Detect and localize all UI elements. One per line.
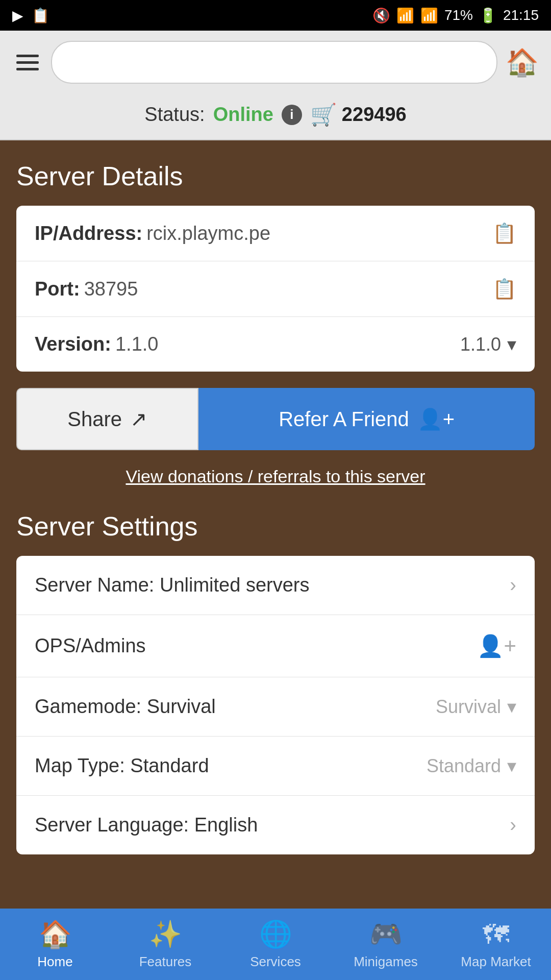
- settings-ops-label: OPS/Admins: [35, 635, 477, 657]
- version-row: Version: 1.1.0 1.1.0 ▾: [16, 317, 535, 372]
- map-market-nav-label: Map Market: [461, 954, 531, 970]
- version-dropdown[interactable]: 1.1.0 ▾: [460, 334, 516, 355]
- screen-icon: 📋: [32, 7, 49, 24]
- map-market-nav-icon: 🗺: [483, 919, 509, 950]
- refer-label: Refer A Friend: [279, 408, 409, 431]
- status-bar-right: 🔇 📶 📶 71% 🔋 21:15: [372, 7, 539, 24]
- settings-row-gamemode[interactable]: Gamemode: Survival Survival ▾: [16, 677, 535, 737]
- settings-map-type-label: Map Type: Standard: [35, 755, 427, 777]
- signal-icon: 📶: [420, 7, 438, 24]
- ip-row: IP/Address: rcix.playmc.pe 📋: [16, 206, 535, 261]
- settings-language-right: ›: [510, 814, 516, 836]
- bottom-nav: 🏠 Home ✨ Features 🌐 Services 🎮 Minigames…: [0, 909, 551, 980]
- hamburger-line: [16, 55, 39, 57]
- language-chevron-right-icon: ›: [510, 814, 516, 836]
- donations-link[interactable]: View donations / referrals to this serve…: [126, 467, 425, 486]
- add-person-icon: 👤+: [477, 633, 516, 658]
- settings-gamemode-label: Gamemode: Survival: [35, 696, 436, 718]
- home-nav-icon: 🏠: [39, 919, 72, 950]
- version-dropdown-label: 1.1.0: [460, 334, 501, 355]
- settings-language-label: Server Language: English: [35, 814, 510, 836]
- home-button[interactable]: 🏠: [506, 47, 539, 78]
- action-buttons-row: Share ↗ Refer A Friend 👤+: [16, 388, 535, 450]
- mute-icon: 🔇: [372, 7, 390, 24]
- server-details-title: Server Details: [16, 161, 535, 191]
- settings-row-map-type[interactable]: Map Type: Standard Standard ▾: [16, 737, 535, 796]
- chevron-down-icon: ▾: [470, 51, 480, 74]
- version-chevron-down-icon: ▾: [507, 334, 516, 355]
- features-nav-icon: ✨: [149, 919, 182, 950]
- cart-number: 229496: [342, 104, 407, 126]
- status-bar-left: ▶ 📋: [12, 7, 49, 24]
- status-value: Online: [213, 104, 273, 126]
- features-nav-label: Features: [139, 954, 192, 970]
- server-select-label: Unlimited servers: [68, 52, 218, 74]
- version-value: 1.1.0: [115, 333, 159, 355]
- settings-row-language[interactable]: Server Language: English ›: [16, 796, 535, 854]
- gamemode-value: Survival: [436, 696, 501, 718]
- server-details-card: IP/Address: rcix.playmc.pe 📋 Port: 38795…: [16, 206, 535, 372]
- nav-item-services[interactable]: 🌐 Services: [220, 909, 331, 980]
- settings-ops-right: 👤+: [477, 633, 516, 658]
- settings-row-server-name[interactable]: Server Name: Unlimited servers ›: [16, 556, 535, 615]
- cart-area[interactable]: 🛒 229496: [310, 102, 407, 127]
- ip-value: rcix.playmc.pe: [146, 223, 270, 244]
- notification-icon: ▶: [12, 7, 23, 24]
- top-header: Unlimited servers ▾ 🏠: [0, 31, 551, 94]
- hamburger-line: [16, 68, 39, 70]
- donations-link-row: View donations / referrals to this serve…: [16, 467, 535, 486]
- menu-button[interactable]: [12, 51, 43, 75]
- home-nav-label: Home: [37, 954, 72, 970]
- main-content: Server Details IP/Address: rcix.playmc.p…: [0, 140, 551, 951]
- port-row: Port: 38795 📋: [16, 261, 535, 317]
- wifi-icon: 📶: [396, 7, 414, 24]
- settings-server-name-label: Server Name: Unlimited servers: [35, 574, 510, 596]
- share-label: Share: [67, 408, 122, 431]
- status-bar: ▶ 📋 🔇 📶 📶 71% 🔋 21:15: [0, 0, 551, 31]
- battery-icon: 🔋: [479, 7, 497, 24]
- services-nav-icon: 🌐: [259, 919, 292, 950]
- version-label: Version:: [35, 333, 111, 355]
- share-icon: ↗: [130, 407, 147, 431]
- minigames-nav-icon: 🎮: [369, 919, 403, 950]
- chevron-right-icon: ›: [510, 574, 516, 596]
- map-type-chevron-down-icon: ▾: [507, 755, 516, 777]
- settings-row-ops-admins[interactable]: OPS/Admins 👤+: [16, 615, 535, 677]
- battery-percent: 71%: [444, 7, 473, 23]
- cart-icon: 🛒: [310, 102, 337, 127]
- info-icon[interactable]: i: [282, 105, 302, 125]
- port-label: Port:: [35, 278, 80, 300]
- nav-item-home[interactable]: 🏠 Home: [0, 909, 110, 980]
- settings-map-type-right: Standard ▾: [427, 755, 516, 777]
- nav-item-minigames[interactable]: 🎮 Minigames: [331, 909, 441, 980]
- settings-server-name-right: ›: [510, 574, 516, 596]
- copy-ip-icon[interactable]: 📋: [492, 222, 516, 244]
- copy-port-icon[interactable]: 📋: [492, 278, 516, 300]
- nav-item-features[interactable]: ✨ Features: [110, 909, 220, 980]
- status-row: Status: Online i 🛒 229496: [0, 94, 551, 140]
- add-friend-icon: 👤+: [417, 407, 455, 431]
- ip-label: IP/Address:: [35, 223, 142, 244]
- services-nav-label: Services: [250, 954, 301, 970]
- status-label: Status:: [144, 104, 205, 126]
- hamburger-line: [16, 61, 39, 64]
- server-settings-card: Server Name: Unlimited servers › OPS/Adm…: [16, 556, 535, 854]
- port-value: 38795: [84, 278, 138, 300]
- settings-gamemode-right: Survival ▾: [436, 696, 516, 718]
- time: 21:15: [503, 7, 539, 23]
- server-select-dropdown[interactable]: Unlimited servers ▾: [51, 41, 497, 84]
- minigames-nav-label: Minigames: [354, 954, 418, 970]
- refer-friend-button[interactable]: Refer A Friend 👤+: [198, 388, 535, 450]
- share-button[interactable]: Share ↗: [16, 388, 198, 450]
- nav-item-map-market[interactable]: 🗺 Map Market: [441, 909, 551, 980]
- gamemode-chevron-down-icon: ▾: [507, 696, 516, 718]
- map-type-value: Standard: [427, 755, 501, 777]
- server-settings-title: Server Settings: [16, 511, 535, 542]
